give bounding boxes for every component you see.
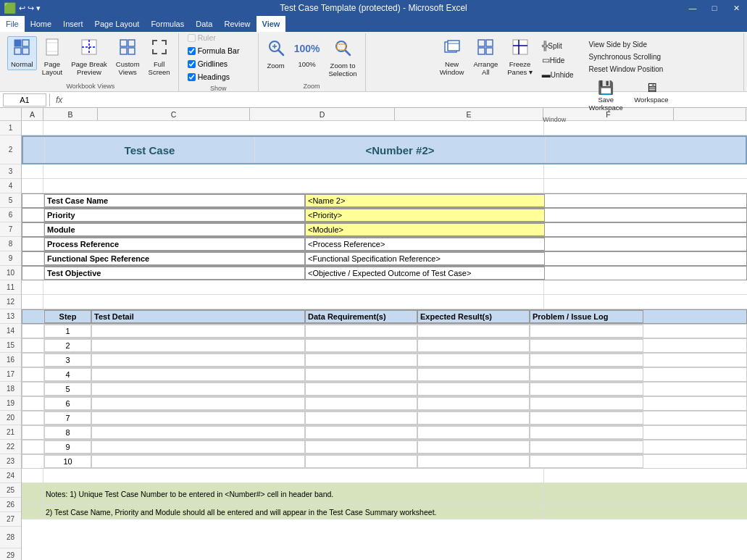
save-workspace-button[interactable]: 💾 SaveWorkspace [585,79,627,114]
detail-7[interactable] [91,411,305,425]
cell-value-module[interactable]: <Module> [305,223,545,236]
problem-10[interactable] [530,455,643,468]
problem-6[interactable] [530,397,643,410]
col-header-data-req[interactable]: Data Requirement(s) [305,310,417,323]
ruler-input[interactable] [188,34,196,42]
step-2[interactable]: 2 [44,339,91,352]
data-req-1[interactable] [305,325,417,338]
cell-test-case-number[interactable]: <Number #2> [255,137,546,163]
cell-label-funcspec[interactable]: Functional Spec Reference [44,252,305,265]
cell-b4[interactable] [43,179,544,193]
data-req-5[interactable] [305,383,417,396]
cell-a-d1[interactable] [22,325,44,338]
step-6[interactable]: 6 [44,397,91,410]
problem-1[interactable] [530,325,643,338]
cell-test-case-title[interactable]: Test Case [45,137,255,163]
cell-a9[interactable] [22,252,44,265]
cell-a-notes1[interactable] [22,483,43,504]
expected-4[interactable] [417,368,530,381]
detail-2[interactable] [91,339,305,352]
new-window-button[interactable]: NewWindow [436,36,468,79]
cell-a8[interactable] [22,238,44,251]
window-controls[interactable]: — □ ✕ [682,0,747,16]
step-10[interactable]: 10 [44,455,91,468]
problem-9[interactable] [530,440,643,454]
col-header-b[interactable]: B [43,108,98,120]
cell-a-notes2[interactable] [22,505,43,519]
expected-8[interactable] [417,426,530,439]
step-9[interactable]: 9 [44,440,91,454]
maximize-button[interactable]: □ [704,0,725,16]
menu-data[interactable]: Data [190,16,218,32]
cell-a-d5[interactable] [22,383,44,396]
menu-page-layout[interactable]: Page Layout [89,16,146,32]
detail-10[interactable] [91,455,305,468]
problem-8[interactable] [530,426,643,439]
cell-a7[interactable] [22,223,44,236]
cell-a5[interactable] [22,194,44,207]
data-req-8[interactable] [305,426,417,439]
cell-a4[interactable] [22,179,43,193]
cell-a11[interactable] [22,280,43,294]
data-req-10[interactable] [305,455,417,468]
cell-label-module[interactable]: Module [44,223,305,236]
step-1[interactable]: 1 [44,325,91,338]
custom-views-button[interactable]: CustomViews [112,36,143,79]
cell-value-testcasename[interactable]: <Name 2> [305,194,545,207]
menu-home[interactable]: Home [25,16,57,32]
col-header-a[interactable]: A [22,108,43,120]
step-8[interactable]: 8 [44,426,91,439]
cell-a13[interactable] [22,310,44,323]
menu-file[interactable]: File [0,16,25,32]
zoom-100-button[interactable]: 100% 100% [291,36,324,70]
problem-2[interactable] [530,339,643,352]
col-header-c[interactable]: C [98,108,250,120]
col-header-problem[interactable]: Problem / Issue Log [530,310,643,323]
cell-reference-box[interactable] [3,93,46,106]
reset-window-position-button[interactable]: Reset Window Position [585,64,673,75]
menu-insert[interactable]: Insert [57,16,89,32]
cell-notes2[interactable]: 2) Test Case Name, Priority and Module s… [43,505,544,519]
cell-label-priority[interactable]: Priority [44,209,305,222]
cell-label-testcasename[interactable]: Test Case Name [44,194,305,207]
problem-5[interactable] [530,383,643,396]
cell-b3[interactable] [43,164,544,178]
cell-a-d7[interactable] [22,411,44,425]
minimize-button[interactable]: — [682,0,704,16]
data-req-2[interactable] [305,339,417,352]
cell-b1[interactable] [43,121,544,135]
expected-5[interactable] [417,383,530,396]
detail-6[interactable] [91,397,305,410]
expected-10[interactable] [417,455,530,468]
cell-a12[interactable] [22,295,43,309]
step-3[interactable]: 3 [44,354,91,367]
detail-8[interactable] [91,426,305,439]
cell-a2[interactable] [23,137,45,163]
cell-a3[interactable] [22,164,43,178]
menu-review[interactable]: Review [218,16,256,32]
col-header-step[interactable]: Step [44,310,91,323]
cell-label-objective[interactable]: Test Objective [44,267,305,280]
cell-b11[interactable] [43,280,544,294]
page-break-preview-button[interactable]: Page BreakPreview [67,36,111,79]
problem-4[interactable] [530,368,643,381]
workspace-button[interactable]: 🖥 Workspace [630,79,673,114]
detail-4[interactable] [91,368,305,381]
cell-a-spacer[interactable] [22,469,43,482]
cell-a1[interactable] [22,121,43,135]
detail-1[interactable] [91,325,305,338]
cell-a-d9[interactable] [22,440,44,454]
problem-3[interactable] [530,354,643,367]
headings-checkbox[interactable]: Headings [186,72,251,82]
menu-formulas[interactable]: Formulas [145,16,190,32]
formula-bar-checkbox[interactable]: Formula Bar [186,46,251,56]
cell-a-d6[interactable] [22,397,44,410]
headings-input[interactable] [188,73,196,81]
step-7[interactable]: 7 [44,411,91,425]
cell-a-d2[interactable] [22,339,44,352]
cell-value-objective[interactable]: <Objective / Expected Outcome of Test Ca… [305,267,545,280]
detail-3[interactable] [91,354,305,367]
cell-a-d4[interactable] [22,368,44,381]
step-4[interactable]: 4 [44,368,91,381]
unhide-button[interactable]: ▬ Unhide [538,68,577,81]
